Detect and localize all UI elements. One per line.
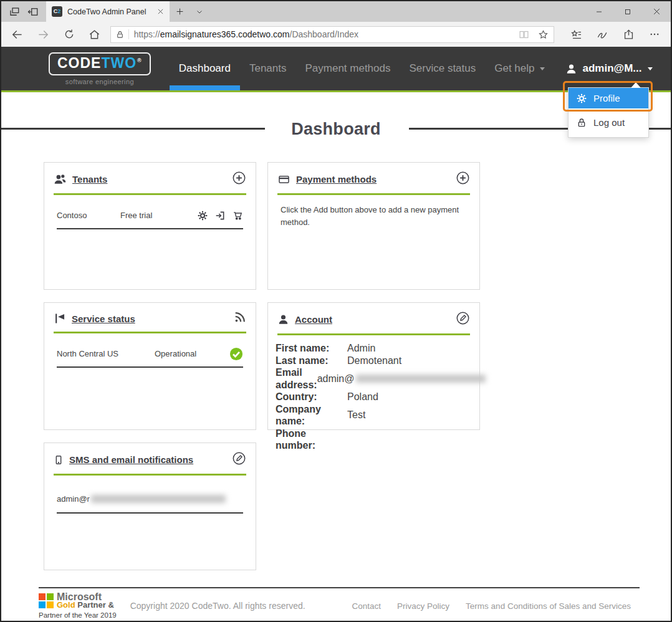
set-tabs-aside-icon[interactable] — [9, 6, 20, 17]
people-icon — [54, 173, 67, 185]
payment-methods-card: Payment methods Click the Add button abo… — [267, 162, 480, 290]
field-label: Country: — [276, 391, 347, 403]
page-title: Dashboard — [291, 116, 381, 142]
service-status-text: Operational — [155, 349, 229, 358]
nav-item-tenants[interactable]: Tenants — [240, 47, 296, 90]
nav-item-get-help[interactable]: Get help — [485, 47, 554, 90]
account-field-row: Country: Poland — [276, 391, 469, 403]
tenants-card-header: Tenants — [44, 163, 256, 193]
partner-tier: Gold Partner & — [57, 601, 114, 609]
account-card-body: First name: Admin Last name: Demotenant … — [268, 335, 479, 452]
edit-notifications-button[interactable] — [232, 451, 246, 468]
field-value: Poland — [347, 391, 378, 403]
tenants-card-title[interactable]: Tenants — [72, 174, 107, 184]
home-button[interactable] — [82, 22, 107, 47]
footer-divider — [39, 587, 640, 588]
logo-two: TWO — [101, 56, 137, 70]
field-value: Test — [347, 403, 365, 428]
payment-card-body: Click the Add button above to add a new … — [268, 195, 479, 229]
payment-empty-message: Click the Add button above to add a new … — [281, 195, 467, 229]
nav-label: Service status — [409, 62, 476, 75]
field-value: Admin — [347, 342, 375, 355]
toolbar-right-icons — [563, 22, 668, 47]
redacted-text — [91, 495, 226, 503]
menu-item-label: Log out — [593, 117, 625, 128]
mobile-phone-icon — [54, 454, 64, 466]
reading-view-icon[interactable] — [519, 29, 529, 40]
browser-tab[interactable]: C2 CodeTwo Admin Panel — [46, 1, 170, 22]
dropdown-caret — [631, 82, 641, 88]
menu-item-logout[interactable]: Log out — [569, 111, 648, 134]
nav-item-payment-methods[interactable]: Payment methods — [295, 47, 400, 90]
shopping-cart-icon[interactable] — [233, 210, 243, 221]
gear-icon — [577, 93, 587, 103]
forward-button[interactable] — [30, 22, 55, 47]
favorite-star-icon[interactable] — [538, 29, 549, 40]
account-field-row: First name: Admin — [276, 342, 469, 355]
back-button[interactable] — [4, 22, 30, 47]
menu-item-label: Profile — [593, 93, 620, 103]
footer-link-contact[interactable]: Contact — [352, 601, 382, 611]
tab-close-icon[interactable] — [157, 8, 164, 15]
rss-icon[interactable] — [234, 311, 246, 326]
codetwo-logo[interactable]: CODETWO® software engineering — [49, 52, 151, 85]
close-button[interactable] — [642, 1, 671, 22]
nav-label: Payment methods — [305, 62, 390, 75]
tab-list-chevron-icon[interactable] — [190, 1, 209, 22]
hub-favorites-icon[interactable] — [563, 22, 589, 47]
nav-label: Dashboard — [179, 62, 231, 75]
footer-link-terms[interactable]: Terms and Conditions of Sales and Servic… — [466, 601, 631, 611]
browser-toolbar: https://emailsignatures365.codetwo.com/D… — [1, 22, 671, 47]
sign-in-icon[interactable] — [215, 210, 225, 221]
account-card: Account First name: Admin Last name: Dem… — [267, 302, 480, 430]
redacted-text — [356, 375, 486, 383]
url-text: https://emailsignatures365.codetwo.com/D… — [134, 29, 519, 39]
tabbar-spacer — [209, 1, 585, 22]
add-tenant-button[interactable] — [232, 171, 246, 188]
notification-recipient-row: admin@r — [57, 486, 243, 514]
refresh-button[interactable] — [56, 22, 82, 47]
new-tab-button[interactable] — [170, 1, 190, 22]
tab-corner-actions — [1, 1, 46, 22]
card-accent-line — [54, 332, 246, 333]
service-status-card: Service status North Central US Operatio… — [44, 302, 256, 430]
active-tab-underline — [170, 85, 240, 90]
address-bar[interactable]: https://emailsignatures365.codetwo.com/D… — [110, 26, 554, 43]
edit-account-button[interactable] — [456, 311, 470, 328]
codetwo-logo-box: CODETWO® — [49, 52, 151, 75]
sms-notifications-card: SMS and email notifications admin@r — [44, 443, 256, 570]
logo-code: CODE — [57, 56, 101, 70]
minimize-button[interactable] — [585, 1, 613, 22]
service-status-row: North Central US Operational — [57, 341, 243, 368]
sms-card-title[interactable]: SMS and email notifications — [69, 454, 193, 465]
credit-card-icon — [277, 174, 290, 185]
account-card-title[interactable]: Account — [295, 314, 332, 325]
payment-card-title[interactable]: Payment methods — [296, 174, 377, 184]
tenant-name: Contoso — [57, 211, 120, 220]
card-accent-line — [54, 193, 246, 195]
restore-tabs-icon[interactable] — [27, 6, 39, 17]
settings-gear-icon[interactable] — [198, 210, 208, 221]
footer: Microsoft Gold Partner & Partner of the … — [39, 591, 640, 621]
field-label: Email address: — [276, 366, 317, 391]
service-card-title[interactable]: Service status — [72, 313, 135, 324]
card-accent-line — [54, 474, 246, 476]
sms-card-header: SMS and email notifications — [44, 443, 256, 474]
user-menu-button[interactable]: admin@M... — [565, 62, 653, 75]
payment-card-header: Payment methods — [268, 163, 479, 193]
chevron-down-icon — [540, 67, 545, 70]
copyright-text: Copyright 2020 CodeTwo. All rights reser… — [130, 601, 305, 611]
nav-item-service-status[interactable]: Service status — [400, 47, 485, 90]
nav-item-dashboard[interactable]: Dashboard — [170, 47, 240, 90]
user-label: admin@M... — [583, 62, 642, 75]
add-payment-button[interactable] — [456, 171, 470, 188]
tab-title: CodeTwo Admin Panel — [67, 7, 152, 16]
share-icon[interactable] — [615, 22, 641, 47]
maximize-button[interactable] — [613, 1, 642, 22]
more-options-icon[interactable] — [641, 22, 668, 47]
lock-icon — [577, 118, 587, 128]
recipient-email-prefix: admin@r — [57, 494, 90, 504]
menu-item-profile[interactable]: Profile — [569, 88, 648, 108]
web-notes-pen-icon[interactable] — [589, 22, 615, 47]
footer-link-privacy-policy[interactable]: Privacy Policy — [397, 601, 449, 611]
